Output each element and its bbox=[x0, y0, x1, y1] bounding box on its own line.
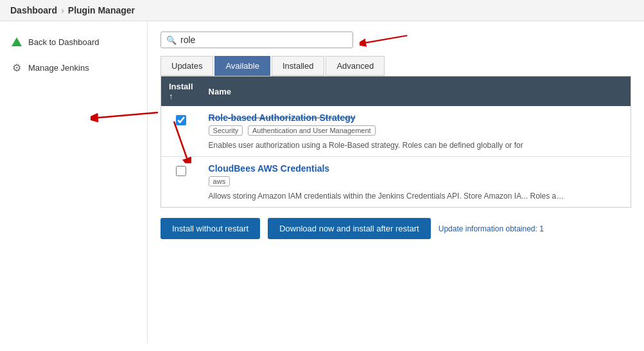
update-info-text: Update information obtained: 1 bbox=[439, 224, 544, 233]
table-row: CloudBees AWS Credentials aws Allows sto… bbox=[161, 157, 631, 208]
plugin-tags-2: aws bbox=[209, 176, 623, 189]
breadcrumb-separator: › bbox=[61, 5, 64, 15]
search-icon: 🔍 bbox=[166, 35, 177, 45]
sidebar-label-manage: Manage Jenkins bbox=[28, 63, 89, 73]
install-without-restart-button[interactable]: Install without restart bbox=[161, 218, 260, 239]
search-bar: 🔍 bbox=[161, 32, 353, 48]
bottom-bar: Install without restart Download now and… bbox=[161, 218, 631, 239]
svg-line-5 bbox=[174, 122, 187, 158]
plugin-checkbox-2[interactable] bbox=[176, 166, 186, 176]
search-input[interactable] bbox=[180, 35, 347, 45]
plugin-name-2[interactable]: CloudBees AWS Credentials bbox=[209, 163, 623, 174]
tab-installed[interactable]: Installed bbox=[272, 56, 324, 76]
arrow-up-icon bbox=[10, 35, 23, 48]
plugin-desc-2: Allows storing Amazon IAM credentials wi… bbox=[209, 192, 568, 201]
plugin-info-cell-2: CloudBees AWS Credentials aws Allows sto… bbox=[201, 157, 631, 208]
sidebar-item-back-to-dashboard[interactable]: Back to Dashboard bbox=[0, 29, 147, 55]
tag-auth: Authentication and User Management bbox=[248, 125, 376, 136]
plugin-tags-1: Security Authentication and User Managem… bbox=[209, 125, 623, 138]
checkbox-cell-2 bbox=[161, 157, 201, 208]
col-header-name: Name bbox=[201, 76, 631, 107]
gear-icon: ⚙ bbox=[10, 61, 23, 74]
sidebar-label-back: Back to Dashboard bbox=[28, 37, 100, 47]
plugin-table: Install ↑ Name bbox=[161, 76, 631, 208]
download-now-button[interactable]: Download now and install after restart bbox=[268, 218, 431, 239]
search-container: 🔍 bbox=[161, 32, 353, 56]
svg-line-3 bbox=[98, 113, 158, 118]
tag-aws: aws bbox=[209, 176, 231, 186]
annotation-arrow-row2 bbox=[168, 118, 219, 163]
tab-advanced[interactable]: Advanced bbox=[326, 56, 385, 76]
annotation-arrow-checkbox bbox=[91, 107, 161, 127]
tab-available[interactable]: Available bbox=[214, 56, 270, 76]
tab-updates[interactable]: Updates bbox=[161, 56, 213, 76]
breadcrumb: Dashboard › Plugin Manager bbox=[0, 0, 644, 21]
breadcrumb-current: Plugin Manager bbox=[68, 5, 135, 15]
table-row: Role-based Authorization Strategy Securi… bbox=[161, 106, 631, 157]
annotation-arrow-search bbox=[360, 33, 411, 52]
plugin-info-cell-1: Role-based Authorization Strategy Securi… bbox=[201, 106, 631, 157]
svg-line-1 bbox=[366, 35, 407, 42]
plugin-name-1[interactable]: Role-based Authorization Strategy bbox=[209, 113, 623, 123]
col-header-install: Install ↑ bbox=[161, 76, 201, 107]
plugin-desc-1: Enables user authorization using a Role-… bbox=[209, 141, 568, 150]
sidebar-item-manage-jenkins[interactable]: ⚙ Manage Jenkins bbox=[0, 55, 147, 80]
breadcrumb-home[interactable]: Dashboard bbox=[10, 5, 57, 15]
tabs: Updates Available Installed Advanced bbox=[161, 56, 631, 76]
sidebar: Back to Dashboard ⚙ Manage Jenkins bbox=[0, 21, 148, 343]
main-content: 🔍 Updates Available Installed Advanced bbox=[148, 21, 644, 343]
